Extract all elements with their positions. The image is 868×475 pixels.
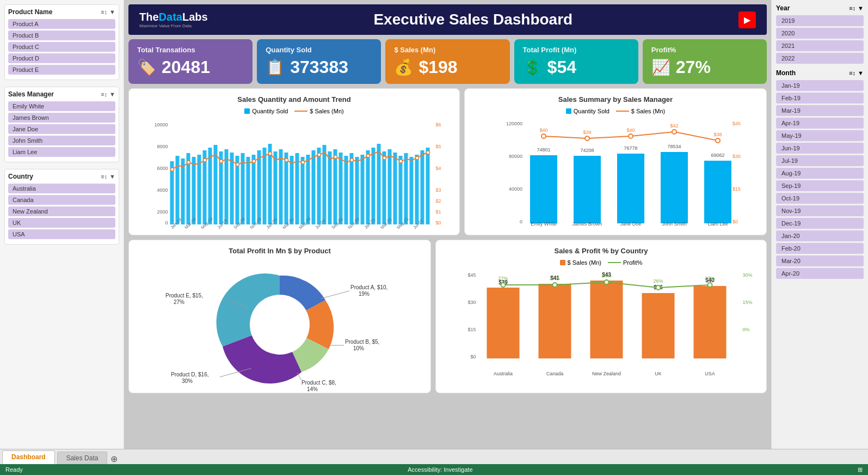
svg-point-75 (399, 160, 403, 163)
month-sep19[interactable]: Sep-19 (776, 180, 864, 191)
filter-item-john-smith[interactable]: John Smith (8, 136, 115, 145)
svg-rect-53 (388, 149, 392, 224)
year-filter-2021[interactable]: 2021 (776, 40, 864, 51)
manager-filter-icon[interactable]: ▼ (109, 91, 115, 98)
kpi-quantity-value: 373383 (290, 57, 348, 77)
svg-point-167 (553, 283, 557, 287)
svg-point-74 (383, 156, 386, 160)
month-jan20[interactable]: Jan-20 (776, 230, 864, 241)
svg-text:30%: 30% (182, 378, 193, 384)
logo-subtitle: Maximize Value From Data (139, 23, 208, 28)
kpi-sales-icon: 💰 (394, 58, 413, 76)
month-mar19[interactable]: Mar-19 (776, 105, 864, 116)
month-sort-icon[interactable]: ≡↕ (849, 70, 855, 76)
year-filter-section: Year ≡↕ ▼ 2019 2020 2021 2022 (776, 4, 864, 64)
chart-sales-trend: Sales Quantity and Amount Trend Quantity… (128, 88, 460, 235)
filter-item-new-zealand[interactable]: New Zealand (8, 206, 115, 216)
svg-text:$45: $45 (732, 121, 741, 126)
month-feb20[interactable]: Feb-20 (776, 243, 864, 254)
filter-item-canada[interactable]: Canada (8, 195, 115, 205)
month-jul19[interactable]: Jul-19 (776, 155, 864, 166)
add-sheet-button[interactable]: ⊕ (107, 454, 121, 464)
tab-sales-data[interactable]: Sales Data (57, 452, 108, 464)
svg-rect-59 (421, 150, 424, 224)
month-feb19[interactable]: Feb-19 (776, 93, 864, 103)
svg-text:Product C, $8,: Product C, $8, (301, 380, 336, 386)
filter-item-jane-doe[interactable]: Jane Doe (8, 124, 115, 134)
filter-item-product-e[interactable]: Product E (8, 65, 115, 75)
svg-text:27%: 27% (550, 276, 559, 281)
legend-qty-label: Quantity Sold (252, 108, 288, 114)
kpi-sales-label: $ Sales (Mn) (394, 46, 501, 54)
status-icons: ⊞ (858, 466, 863, 473)
filter-item-uk[interactable]: UK (8, 218, 115, 228)
svg-text:$40: $40 (626, 127, 635, 133)
month-may19[interactable]: May-19 (776, 130, 864, 141)
youtube-button[interactable]: ▶ (738, 11, 756, 28)
filter-item-australia[interactable]: Australia (8, 184, 115, 193)
svg-text:$2: $2 (436, 198, 441, 204)
month-jun19[interactable]: Jun-19 (776, 143, 864, 154)
kpi-sales-value: $198 (418, 57, 457, 77)
chart3-svg: Product A, $10, 19% Product B, $5, 10% P… (136, 259, 424, 385)
svg-text:28%: 28% (601, 273, 611, 278)
country-filter-icon[interactable]: ▼ (109, 173, 115, 180)
month-oct19[interactable]: Oct-19 (776, 193, 864, 204)
svg-rect-27 (247, 157, 250, 224)
month-nov19[interactable]: Nov-19 (776, 205, 864, 216)
month-aug19[interactable]: Aug-19 (776, 168, 864, 179)
month-apr19[interactable]: Apr-19 (776, 118, 864, 129)
year-filter-icon[interactable]: ▼ (858, 5, 864, 11)
svg-text:74801: 74801 (537, 147, 550, 153)
filter-item-product-d[interactable]: Product D (8, 53, 115, 63)
svg-text:Product D, $16,: Product D, $16, (171, 372, 208, 377)
manager-filter-icons: ≡↕ ▼ (101, 91, 115, 98)
product-filter-section: Product Name ≡↕ ▼ Product A Product B Pr… (4, 4, 119, 80)
svg-text:69062: 69062 (711, 153, 724, 158)
month-filter-icon[interactable]: ▼ (858, 70, 864, 76)
month-mar20[interactable]: Mar-20 (776, 255, 864, 266)
manager-sort-icon[interactable]: ≡↕ (101, 91, 107, 98)
svg-text:$0: $0 (436, 220, 441, 226)
svg-text:$5: $5 (436, 144, 441, 149)
year-filter-2019[interactable]: 2019 (776, 15, 864, 26)
grid-icon: ⊞ (858, 466, 863, 473)
filter-item-liam-lee[interactable]: Liam Lee (8, 147, 115, 157)
legend4-sales: $ Sales (Mn) (560, 259, 601, 266)
filter-item-product-c[interactable]: Product C (8, 42, 115, 52)
year-sort-icon[interactable]: ≡↕ (849, 5, 855, 11)
svg-rect-47 (355, 157, 359, 224)
filter-item-product-a[interactable]: Product A (8, 19, 115, 29)
year-filter-2022[interactable]: 2022 (776, 53, 864, 64)
month-apr20[interactable]: Apr-20 (776, 268, 864, 279)
svg-text:$6: $6 (436, 122, 441, 127)
chart3-title: Total Profit In Mn $ by Product (136, 247, 424, 255)
svg-point-63 (204, 159, 207, 162)
svg-text:$15: $15 (732, 186, 741, 192)
month-dec19[interactable]: Dec-19 (776, 218, 864, 229)
filter-item-product-b[interactable]: Product B (8, 31, 115, 40)
svg-rect-51 (377, 144, 381, 224)
month-filter-title: Month ≡↕ ▼ (776, 69, 864, 77)
svg-rect-150 (487, 288, 520, 358)
product-filter-icon[interactable]: ▼ (109, 9, 115, 15)
legend4-profit-color (608, 262, 621, 263)
filter-item-emily-white[interactable]: Emily White (8, 101, 115, 111)
kpi-transactions-label: Total Transations (137, 46, 244, 54)
svg-rect-38 (306, 155, 310, 224)
svg-rect-40 (317, 148, 321, 224)
svg-rect-34 (285, 153, 288, 224)
country-sort-icon[interactable]: ≡↕ (101, 173, 107, 180)
filter-item-usa[interactable]: USA (8, 229, 115, 239)
month-jan19[interactable]: Jan-19 (776, 80, 864, 91)
product-sort-icon[interactable]: ≡↕ (101, 9, 107, 15)
svg-rect-43 (334, 149, 337, 224)
filter-item-james-brown[interactable]: James Brown (8, 113, 115, 123)
right-panel: Year ≡↕ ▼ 2019 2020 2021 2022 Month ≡↕ ▼ (771, 0, 868, 449)
svg-point-69 (301, 161, 305, 164)
year-filter-2020[interactable]: 2020 (776, 28, 864, 39)
svg-text:74208: 74208 (580, 148, 594, 153)
svg-point-123 (672, 130, 676, 134)
tab-dashboard[interactable]: Dashboard (2, 450, 55, 464)
svg-text:27%: 27% (174, 299, 184, 305)
